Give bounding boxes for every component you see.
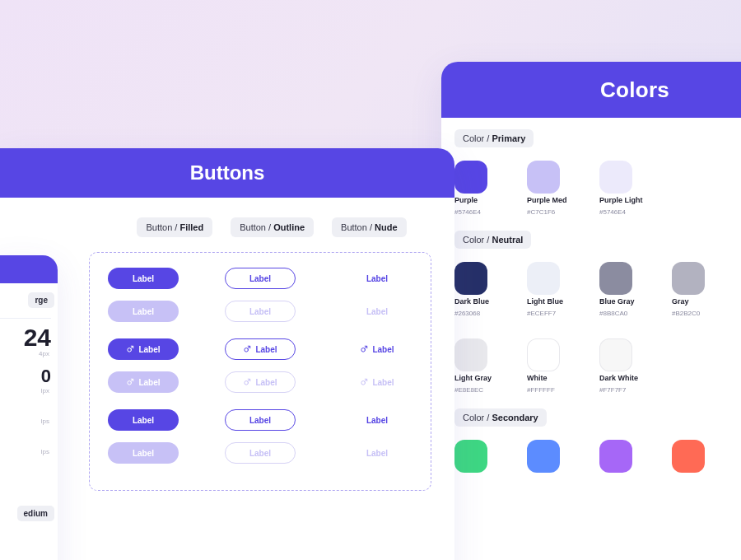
outline-button[interactable]: Label [225, 268, 296, 289]
outline-button[interactable]: Label [225, 409, 296, 431]
swatch-chip[interactable] [527, 338, 560, 371]
typo-size-24: 24 [0, 325, 54, 350]
button-row: LabelLabelLabel [101, 338, 419, 360]
button-label: Label [255, 378, 277, 387]
outline-disabled-button: Label [225, 301, 296, 322]
button-row: LabelLabelLabel [101, 268, 419, 289]
color-swatch[interactable] [527, 440, 578, 473]
swatch-code: #263068 [454, 310, 506, 317]
typo-tag-large: rge [28, 292, 54, 308]
typo-size-24-sub: 4px [0, 350, 54, 357]
swatch-code: #5746E4 [454, 208, 506, 216]
swatch-name: Purple Light [599, 197, 650, 205]
swatch-chip[interactable] [599, 262, 632, 295]
colors-panel-title: Colors [441, 62, 741, 118]
swatch-chip[interactable] [527, 161, 560, 194]
color-section-tag: Color / Neutral [454, 231, 531, 249]
swatch-name: White [527, 375, 578, 383]
button-label: Label [255, 345, 277, 354]
color-swatch[interactable]: Light Gray#E8E8EC [454, 338, 506, 394]
button-cell: Label [335, 371, 419, 393]
swatch-chip[interactable] [454, 161, 487, 194]
button-cell: Label [335, 409, 419, 431]
color-swatch[interactable]: Purple#5746E4 [454, 161, 506, 216]
swatch-chip[interactable] [599, 161, 632, 194]
nude-disabled-button: Label [342, 442, 412, 464]
swatch-row [441, 435, 741, 476]
button-type-outline: Button / Outline [231, 217, 314, 237]
male-symbol-icon [126, 345, 134, 353]
color-swatch[interactable]: Gray#B2B2C0 [672, 262, 723, 317]
swatch-code: #C7C1F6 [527, 208, 578, 216]
color-swatch[interactable]: White#FFFFFF [527, 338, 578, 394]
button-label: Label [249, 274, 271, 283]
nude-button[interactable]: Label [342, 409, 412, 431]
color-swatch[interactable]: Purple Med#C7C1F6 [527, 161, 578, 216]
color-swatch[interactable] [454, 440, 506, 473]
button-label: Label [133, 416, 154, 425]
swatch-chip[interactable] [672, 440, 705, 473]
button-cell: Label [335, 268, 419, 289]
button-cell: Label [101, 442, 185, 464]
button-cell: Label [335, 442, 419, 464]
typography-body: rge 24 4px 0 lpx lps lps edium [0, 283, 58, 530]
male-symbol-icon [243, 378, 251, 386]
color-swatch[interactable]: Blue Gray#8B8CA0 [599, 262, 650, 317]
button-row: LabelLabelLabel [101, 409, 419, 431]
nude-button[interactable]: Label [342, 338, 412, 360]
swatch-code: #5746E4 [599, 208, 650, 216]
outline-button[interactable]: Label [225, 338, 296, 360]
button-cell: Label [335, 301, 419, 322]
color-swatch[interactable]: Dark White#F7F7F7 [599, 338, 650, 394]
button-cell: Label [218, 371, 302, 393]
swatch-name: Dark White [599, 375, 650, 383]
swatch-chip[interactable] [599, 338, 632, 371]
swatch-name: Purple Med [527, 197, 578, 205]
swatch-chip[interactable] [454, 262, 487, 295]
nude-disabled-button: Label [342, 301, 412, 322]
filled-disabled-button: Label [108, 301, 179, 322]
swatch-chip[interactable] [454, 338, 487, 371]
filled-button[interactable]: Label [108, 409, 179, 431]
color-swatch[interactable]: Light Blue#ECEFF7 [527, 262, 578, 317]
button-cell: Label [101, 301, 185, 322]
buttons-panel: Buttons Button / Filled Button / Outline… [0, 148, 454, 560]
button-cell: Label [101, 409, 185, 431]
button-cell: Label [101, 371, 185, 393]
button-row: LabelLabelLabel [101, 442, 419, 464]
button-label: Label [249, 449, 271, 458]
swatch-code: #B2B2C0 [672, 310, 723, 317]
button-type-nude: Button / Nude [332, 217, 406, 237]
nude-button[interactable]: Label [342, 268, 412, 289]
swatch-code: #FFFFFF [527, 386, 578, 394]
swatch-code: #F7F7F7 [599, 386, 650, 394]
swatch-name: Light Gray [454, 375, 506, 383]
button-label: Label [138, 378, 160, 387]
swatch-chip[interactable] [672, 262, 705, 295]
button-label: Label [366, 307, 388, 316]
button-label: Label [366, 274, 388, 283]
button-cell: Label [218, 442, 302, 464]
filled-button[interactable]: Label [108, 268, 179, 289]
filled-disabled-button: Label [108, 371, 179, 393]
color-swatch[interactable]: Dark Blue#263068 [454, 262, 506, 317]
swatch-row: Purple#5746E4Purple Med#C7C1F6Purple Lig… [441, 156, 741, 219]
button-type-tags: Button / Filled Button / Outline Button … [0, 198, 454, 252]
filled-button[interactable]: Label [108, 338, 179, 360]
color-swatch[interactable] [672, 440, 723, 473]
outline-disabled-button: Label [225, 442, 296, 464]
typo-size-0: 0 [0, 366, 54, 387]
button-examples-grid: LabelLabelLabelLabelLabelLabelLabelLabel… [89, 252, 431, 491]
color-section-tag: Color / Primary [454, 129, 534, 147]
color-swatch[interactable]: Purple Light#5746E4 [599, 161, 650, 216]
button-row: LabelLabelLabel [101, 301, 419, 322]
color-swatch[interactable] [599, 440, 650, 473]
swatch-chip[interactable] [527, 440, 560, 473]
swatch-chip[interactable] [527, 262, 560, 295]
buttons-panel-title: Buttons [0, 148, 454, 198]
button-label: Label [372, 378, 394, 387]
colors-sections: Color / PrimaryPurple#5746E4Purple Med#C… [441, 118, 741, 476]
swatch-chip[interactable] [454, 440, 487, 473]
button-label: Label [366, 416, 388, 425]
swatch-chip[interactable] [599, 440, 632, 473]
